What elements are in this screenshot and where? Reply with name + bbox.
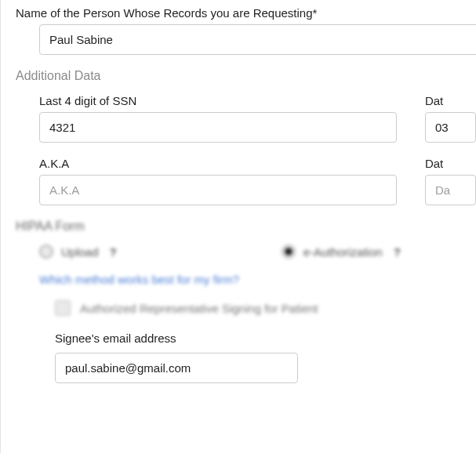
date1-label: Dat [425,94,476,107]
help-icon[interactable]: ? [394,245,401,259]
date2-input[interactable] [425,175,476,205]
signee-label: Signee's email address [55,332,476,345]
name-label: Name of the Person Whose Records you are… [16,6,476,20]
radio-icon-selected [282,245,296,259]
name-input[interactable] [39,24,476,55]
radio-eauth-label: e-Authorization [303,245,383,259]
signee-input[interactable] [55,353,298,383]
radio-icon-unselected [39,245,53,259]
help-icon[interactable]: ? [110,245,117,259]
date1-input[interactable] [425,112,476,143]
auth-rep-label: Authorized Representative Signing for Pa… [80,302,318,315]
aka-input[interactable] [39,175,397,205]
radio-upload[interactable]: Upload ? [39,245,117,259]
date2-label: Dat [425,157,476,170]
ssn-input[interactable] [39,112,397,143]
aka-label: A.K.A [39,157,397,170]
hipaa-heading: HIPAA Form [16,219,476,234]
radio-eauth[interactable]: e-Authorization ? [282,245,401,259]
additional-data-heading: Additional Data [16,69,476,83]
auth-rep-checkbox[interactable] [55,300,71,316]
method-link[interactable]: Which method works best for my firm? [39,273,476,286]
radio-upload-label: Upload [61,245,99,259]
ssn-label: Last 4 digit of SSN [39,94,397,107]
